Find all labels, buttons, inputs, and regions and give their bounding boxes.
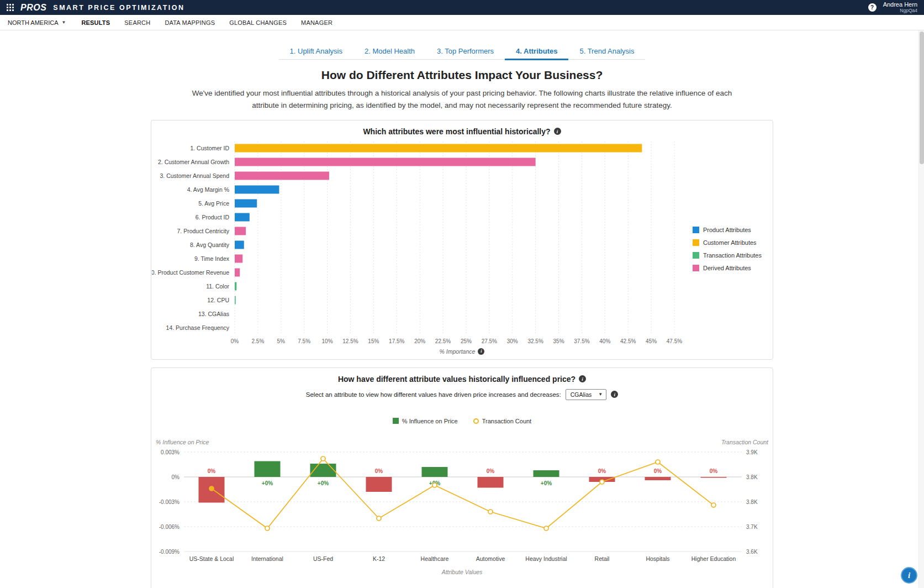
importance-bar-1-customer-id[interactable] bbox=[235, 144, 642, 152]
apps-grid-icon[interactable] bbox=[7, 4, 14, 11]
nav-item-global-changes[interactable]: GLOBAL CHANGES bbox=[229, 19, 287, 26]
bar-value-label: +0% bbox=[317, 480, 328, 486]
line-marker-us-state-local[interactable] bbox=[209, 486, 214, 491]
left-tick-label: 0% bbox=[171, 474, 179, 480]
category-label: 10. Product Customer Revenue bbox=[152, 269, 229, 275]
bar-value-label: 0% bbox=[598, 468, 606, 474]
chevron-down-icon: ▼ bbox=[61, 20, 66, 25]
influence-bar-heavy-industrial[interactable] bbox=[533, 470, 559, 477]
line-marker-k-12[interactable] bbox=[377, 516, 381, 521]
category-label: 6. Product ID bbox=[195, 213, 229, 220]
line-marker-us-fed[interactable] bbox=[321, 456, 325, 461]
importance-bar-9-time-index[interactable] bbox=[235, 254, 242, 262]
category-label: Heavy Industrial bbox=[525, 555, 567, 562]
chart1-legend: Product AttributesCustomer AttributesTra… bbox=[693, 227, 762, 271]
attribute-importance-chart: 0%2.5%5%7.5%10%12.5%15%17.5%20%22.5%25%2… bbox=[152, 139, 773, 347]
attribute-selector-label: Select an attribute to view how differen… bbox=[306, 391, 561, 398]
x-tick-label: 20% bbox=[414, 338, 425, 344]
right-tick-label: 3.8K bbox=[746, 498, 758, 505]
tab-1-uplift-analysis[interactable]: 1. Uplift Analysis bbox=[279, 43, 353, 60]
legend-item-product-attributes: Product Attributes bbox=[693, 227, 762, 233]
legend-item-influence-on-price: % Influence on Price bbox=[393, 418, 458, 424]
influence-bar-hospitals[interactable] bbox=[645, 477, 670, 480]
chart1-xaxis-title-row: % Importance i bbox=[151, 348, 773, 355]
app-title: SMART PRICE OPTIMIZATION bbox=[53, 4, 184, 12]
legend-label: Transaction Attributes bbox=[703, 252, 762, 259]
chart2-title: How have different attribute values hist… bbox=[338, 375, 575, 384]
x-tick-label: 12.5% bbox=[342, 338, 358, 344]
top-app-bar: PROS SMART PRICE OPTIMIZATION ? Andrea H… bbox=[0, 0, 924, 15]
help-icon[interactable]: ? bbox=[868, 3, 877, 12]
tab-5-trend-analysis[interactable]: 5. Trend Analysis bbox=[568, 43, 645, 60]
category-label: International bbox=[251, 555, 283, 562]
user-info[interactable]: Andrea Hern NgpQa4 bbox=[883, 1, 917, 13]
category-label: 7. Product Centricity bbox=[177, 227, 229, 234]
importance-bar-12-cpu[interactable] bbox=[235, 296, 236, 304]
category-label: Hospitals bbox=[646, 555, 669, 562]
line-marker-healthcare[interactable] bbox=[432, 483, 437, 487]
tab-4-attributes[interactable]: 4. Attributes bbox=[505, 43, 568, 60]
info-icon[interactable]: i bbox=[579, 375, 586, 382]
importance-bar-11-color[interactable] bbox=[235, 282, 236, 290]
influence-bar-k-12[interactable] bbox=[366, 477, 392, 492]
attribute-select-value: CGAlias bbox=[571, 391, 592, 398]
line-marker-automotive[interactable] bbox=[488, 510, 493, 514]
nav-item-manager[interactable]: MANAGER bbox=[301, 19, 332, 26]
left-tick-label: 0.003% bbox=[161, 449, 179, 455]
line-marker-higher-education[interactable] bbox=[711, 503, 716, 507]
right-tick-label: 3.8K bbox=[746, 474, 758, 480]
legend-swatch bbox=[693, 227, 699, 233]
info-icon[interactable]: i bbox=[611, 391, 618, 398]
legend-swatch bbox=[693, 265, 699, 271]
x-tick-label: 25% bbox=[460, 338, 471, 344]
tab-3-top-performers[interactable]: 3. Top Performers bbox=[426, 43, 505, 60]
legend-label: Customer Attributes bbox=[703, 239, 757, 246]
scrollbar-thumb[interactable] bbox=[920, 32, 924, 164]
importance-bar-6-product-id[interactable] bbox=[235, 213, 250, 221]
importance-bar-2-customer-annual-growth[interactable] bbox=[235, 158, 536, 166]
importance-bar-8-avg-quantity[interactable] bbox=[235, 240, 244, 249]
line-marker-international[interactable] bbox=[265, 526, 270, 531]
region-selector[interactable]: NORTH AMERICA ▼ bbox=[8, 19, 66, 26]
attribute-select[interactable]: CGAlias ▼ bbox=[566, 389, 606, 400]
influence-bar-higher-education[interactable] bbox=[700, 477, 726, 478]
right-axis-title: Transaction Count bbox=[721, 439, 768, 445]
info-icon[interactable]: i bbox=[554, 128, 561, 135]
line-marker-retail[interactable] bbox=[600, 480, 604, 484]
left-tick-label: -0.009% bbox=[159, 548, 179, 554]
category-label: 2. Customer Annual Growth bbox=[158, 158, 229, 165]
apps-grid-glyph bbox=[7, 4, 14, 11]
influence-bar-international[interactable] bbox=[254, 461, 280, 477]
info-icon[interactable]: i bbox=[478, 348, 484, 355]
importance-bar-4-avg-margin[interactable] bbox=[235, 185, 279, 193]
importance-bar-10-product-customer-revenue[interactable] bbox=[235, 268, 240, 276]
x-tick-label: 30% bbox=[506, 338, 518, 344]
right-tick-label: 3.9K bbox=[746, 449, 758, 455]
line-marker-hospitals[interactable] bbox=[656, 460, 660, 464]
importance-bar-7-product-centricity[interactable] bbox=[235, 227, 246, 235]
legend-item-customer-attributes: Customer Attributes bbox=[693, 239, 762, 246]
influence-bar-automotive[interactable] bbox=[477, 477, 503, 488]
chart1-xaxis-title: % Importance bbox=[440, 348, 476, 355]
scrollbar[interactable] bbox=[918, 30, 924, 588]
tab-2-model-health[interactable]: 2. Model Health bbox=[353, 43, 426, 60]
nav-item-results[interactable]: RESULTS bbox=[81, 19, 110, 26]
info-fab-button[interactable]: i bbox=[901, 567, 917, 584]
bar-value-label: +0% bbox=[540, 480, 551, 486]
main-content: 1. Uplift Analysis2. Model Health3. Top … bbox=[0, 43, 924, 588]
influence-bar-healthcare[interactable] bbox=[421, 467, 447, 477]
chart2-legend: % Influence on PriceTransaction Count bbox=[151, 418, 773, 424]
x-tick-label: 37.5% bbox=[574, 338, 589, 344]
line-marker-heavy-industrial[interactable] bbox=[544, 526, 548, 531]
pros-logo: PROS bbox=[20, 3, 46, 13]
importance-bar-5-avg-price[interactable] bbox=[235, 199, 257, 207]
chart1-title-row: Which attributes were most influential h… bbox=[151, 127, 773, 136]
nav-item-data-mappings[interactable]: DATA MAPPINGS bbox=[165, 19, 215, 26]
importance-bar-3-customer-annual-spend[interactable] bbox=[235, 171, 329, 180]
x-tick-label: 22.5% bbox=[435, 338, 450, 344]
left-tick-label: -0.006% bbox=[159, 523, 179, 529]
nav-item-search[interactable]: SEARCH bbox=[124, 19, 150, 26]
chart1-title: Which attributes were most influential h… bbox=[363, 127, 550, 136]
legend-label: Transaction Count bbox=[482, 418, 531, 424]
category-label: US-State & Local bbox=[189, 555, 234, 562]
